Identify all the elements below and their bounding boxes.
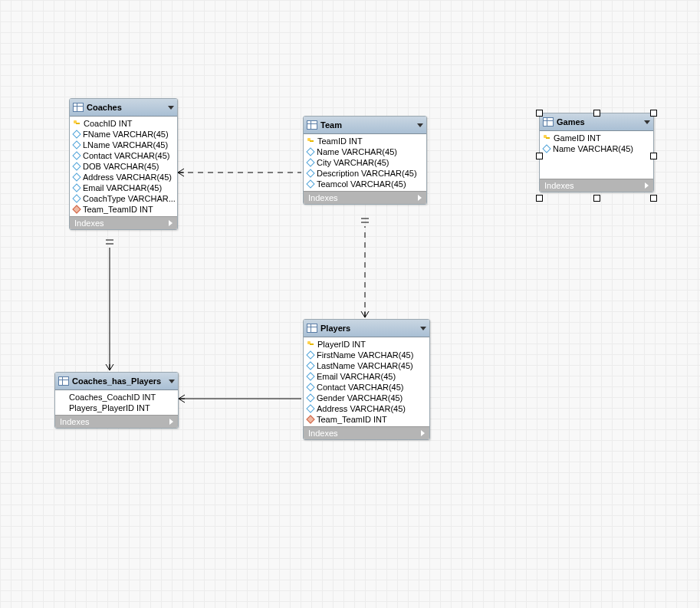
column-icon xyxy=(72,194,81,202)
table-icon xyxy=(73,103,84,112)
selection-handle[interactable] xyxy=(593,195,600,202)
column-label: Name VARCHAR(45) xyxy=(317,147,397,156)
column-label: Name VARCHAR(45) xyxy=(553,144,633,153)
entity-players[interactable]: PlayersPlayerID INTFirstName VARCHAR(45)… xyxy=(303,319,430,440)
column-row[interactable]: Description VARCHAR(45) xyxy=(304,168,426,179)
column-row[interactable]: Name VARCHAR(45) xyxy=(540,143,653,154)
indexes-section[interactable]: Indexes xyxy=(304,426,429,439)
column-row[interactable]: FirstName VARCHAR(45) xyxy=(304,350,429,360)
column-label: Address VARCHAR(45) xyxy=(317,404,406,413)
column-row[interactable]: FName VARCHAR(45) xyxy=(70,129,177,140)
indexes-section[interactable]: Indexes xyxy=(304,191,426,204)
column-label: GameID INT xyxy=(554,133,601,143)
column-icon xyxy=(306,179,314,188)
column-label: City VARCHAR(45) xyxy=(317,158,389,167)
expand-arrow-icon[interactable] xyxy=(421,430,425,436)
indexes-section[interactable]: Indexes xyxy=(55,415,178,428)
selection-handle[interactable] xyxy=(593,110,600,117)
entity-games[interactable]: GamesGameID INTName VARCHAR(45)Indexes xyxy=(539,113,654,192)
entity-header[interactable]: Players xyxy=(304,320,429,337)
column-row[interactable]: TeamID INT xyxy=(304,136,426,146)
entity-body: TeamID INTName VARCHAR(45)City VARCHAR(4… xyxy=(304,134,426,191)
column-row[interactable]: Teamcol VARCHAR(45) xyxy=(304,179,426,189)
column-icon xyxy=(72,183,81,192)
column-label: DOB VARCHAR(45) xyxy=(83,162,159,171)
column-row[interactable]: CoachID INT xyxy=(70,118,177,129)
column-label: Players_PlayerID INT xyxy=(69,403,150,412)
collapse-arrow-icon[interactable] xyxy=(644,120,650,124)
expand-arrow-icon[interactable] xyxy=(169,419,173,425)
entity-title: Coaches_has_Players xyxy=(72,376,161,386)
blank-icon xyxy=(59,394,66,401)
column-icon xyxy=(306,393,314,402)
collapse-arrow-icon[interactable] xyxy=(417,123,423,127)
column-row[interactable]: Team_TeamID INT xyxy=(70,204,177,215)
column-label: TeamID INT xyxy=(317,136,363,146)
column-row[interactable]: City VARCHAR(45) xyxy=(304,157,426,168)
column-row[interactable]: Contact VARCHAR(45) xyxy=(304,382,429,393)
column-row[interactable]: Players_PlayerID INT xyxy=(55,403,178,413)
column-icon xyxy=(306,169,314,177)
entity-header[interactable]: Coaches_has_Players xyxy=(55,373,178,390)
svg-line-5 xyxy=(361,311,365,317)
column-icon xyxy=(72,140,81,149)
collapse-arrow-icon[interactable] xyxy=(420,327,426,330)
column-row[interactable]: Coaches_CoachID INT xyxy=(55,392,178,403)
column-icon xyxy=(306,372,314,380)
collapse-arrow-icon[interactable] xyxy=(169,380,175,383)
entity-body: PlayerID INTFirstName VARCHAR(45)LastNam… xyxy=(304,337,429,426)
indexes-label: Indexes xyxy=(308,193,338,202)
expand-arrow-icon[interactable] xyxy=(418,195,422,201)
column-row[interactable]: Email VARCHAR(45) xyxy=(70,182,177,193)
selection-handle[interactable] xyxy=(650,153,657,159)
column-row[interactable]: Name VARCHAR(45) xyxy=(304,146,426,157)
entity-team[interactable]: TeamTeamID INTName VARCHAR(45)City VARCH… xyxy=(303,116,427,205)
selection-handle[interactable] xyxy=(536,110,543,117)
column-row[interactable]: Contact VARCHAR(45) xyxy=(70,150,177,161)
column-icon xyxy=(72,162,81,170)
expand-arrow-icon[interactable] xyxy=(645,182,649,189)
column-label: CoachID INT xyxy=(84,119,133,128)
column-label: FirstName VARCHAR(45) xyxy=(317,350,413,360)
column-row[interactable]: LastName VARCHAR(45) xyxy=(304,360,429,371)
selection-handle[interactable] xyxy=(536,195,543,202)
entity-coaches[interactable]: CoachesCoachID INTFName VARCHAR(45)LName… xyxy=(69,98,178,230)
column-icon xyxy=(306,383,314,391)
indexes-section[interactable]: Indexes xyxy=(70,216,177,229)
column-row[interactable]: GameID INT xyxy=(540,133,653,143)
column-row[interactable]: Address VARCHAR(45) xyxy=(304,403,429,414)
column-label: Team_TeamID INT xyxy=(83,205,153,214)
column-row[interactable]: Gender VARCHAR(45) xyxy=(304,393,429,403)
key-icon xyxy=(307,341,314,348)
table-icon xyxy=(307,120,317,130)
column-label: LName VARCHAR(45) xyxy=(83,140,168,150)
expand-arrow-icon[interactable] xyxy=(169,220,173,226)
svg-line-15 xyxy=(179,395,185,399)
foreign-key-icon xyxy=(306,415,314,423)
column-row[interactable]: Team_TeamID INT xyxy=(304,414,429,425)
column-row[interactable]: PlayerID INT xyxy=(304,339,429,350)
entity-chp[interactable]: Coaches_has_PlayersCoaches_CoachID INTPl… xyxy=(54,372,179,429)
column-row[interactable]: DOB VARCHAR(45) xyxy=(70,161,177,172)
column-row[interactable]: LName VARCHAR(45) xyxy=(70,140,177,150)
column-row[interactable]: Address VARCHAR(45) xyxy=(70,172,177,182)
column-icon xyxy=(306,158,314,166)
entity-header[interactable]: Coaches xyxy=(70,99,177,117)
entity-header[interactable]: Team xyxy=(304,117,426,134)
entity-title: Team xyxy=(320,120,342,130)
column-label: Contact VARCHAR(45) xyxy=(317,383,404,392)
svg-line-6 xyxy=(365,311,369,317)
selection-handle[interactable] xyxy=(650,110,657,117)
column-label: CoachType VARCHAR... xyxy=(83,194,176,203)
collapse-arrow-icon[interactable] xyxy=(168,106,174,110)
column-row[interactable]: Email VARCHAR(45) xyxy=(304,371,429,382)
column-icon xyxy=(306,361,314,370)
selection-handle[interactable] xyxy=(536,153,543,159)
column-icon xyxy=(542,144,550,153)
key-icon xyxy=(544,135,550,142)
indexes-section[interactable]: Indexes xyxy=(540,179,653,192)
selection-handle[interactable] xyxy=(650,195,657,202)
column-row[interactable]: CoachType VARCHAR... xyxy=(70,193,177,204)
blank-icon xyxy=(59,405,66,412)
indexes-label: Indexes xyxy=(308,429,338,438)
